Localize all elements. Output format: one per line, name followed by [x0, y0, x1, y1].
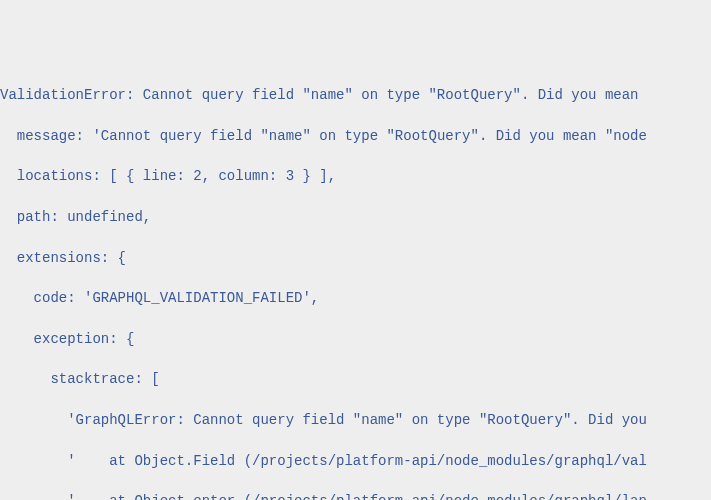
stacktrace-line: ' at Object.Field (/projects/platform-ap… — [0, 451, 711, 471]
error-path: path: undefined, — [0, 207, 711, 227]
exception-open: exception: { — [0, 329, 711, 349]
extensions-open: extensions: { — [0, 248, 711, 268]
stacktrace-line: 'GraphQLError: Cannot query field "name"… — [0, 410, 711, 430]
message-value: 'Cannot query field "name" on type "Root… — [92, 128, 647, 144]
error-header: ValidationError: Cannot query field "nam… — [0, 85, 711, 105]
error-message-line: message: 'Cannot query field "name" on t… — [0, 126, 711, 146]
error-locations: locations: [ { line: 2, column: 3 } ], — [0, 166, 711, 186]
stacktrace-open: stacktrace: [ — [0, 369, 711, 389]
code-line: code: 'GRAPHQL_VALIDATION_FAILED', — [0, 288, 711, 308]
message-label: message: — [0, 128, 92, 144]
stacktrace-line: ' at Object.enter (/projects/platform-ap… — [0, 491, 711, 500]
